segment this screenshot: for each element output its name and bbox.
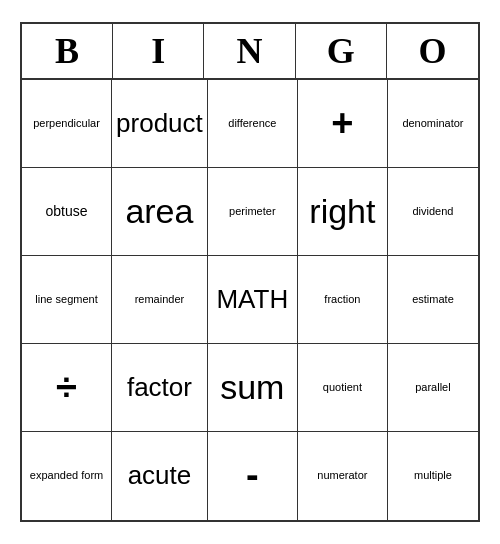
cell-text: obtuse xyxy=(46,203,88,220)
bingo-grid: perpendicularproductdifference+denominat… xyxy=(22,80,478,520)
bingo-cell: sum xyxy=(208,344,298,432)
cell-text: line segment xyxy=(35,293,97,306)
bingo-cell: line segment xyxy=(22,256,112,344)
bingo-cell: difference xyxy=(208,80,298,168)
header-letter: B xyxy=(22,24,113,78)
cell-text: sum xyxy=(220,367,284,408)
cell-text: perimeter xyxy=(229,205,275,218)
bingo-cell: dividend xyxy=(388,168,478,256)
header-letter: N xyxy=(204,24,295,78)
bingo-cell: - xyxy=(208,432,298,520)
header-letter: I xyxy=(113,24,204,78)
cell-text: area xyxy=(125,191,193,232)
cell-text: product xyxy=(116,108,203,139)
bingo-cell: MATH xyxy=(208,256,298,344)
cell-text: expanded form xyxy=(30,469,103,482)
cell-text: denominator xyxy=(402,117,463,130)
cell-text: fraction xyxy=(324,293,360,306)
bingo-cell: denominator xyxy=(388,80,478,168)
header-letter: G xyxy=(296,24,387,78)
cell-text: acute xyxy=(128,460,192,491)
bingo-card: BINGO perpendicularproductdifference+den… xyxy=(20,22,480,522)
bingo-cell: factor xyxy=(112,344,208,432)
cell-text: dividend xyxy=(412,205,453,218)
cell-text: estimate xyxy=(412,293,454,306)
bingo-cell: + xyxy=(298,80,388,168)
header-letter: O xyxy=(387,24,478,78)
cell-text: MATH xyxy=(216,284,288,315)
cell-text: parallel xyxy=(415,381,450,394)
cell-text: difference xyxy=(228,117,276,130)
bingo-cell: quotient xyxy=(298,344,388,432)
cell-text: + xyxy=(331,101,353,147)
cell-text: right xyxy=(309,191,375,232)
cell-text: quotient xyxy=(323,381,362,394)
bingo-cell: ÷ xyxy=(22,344,112,432)
cell-text: remainder xyxy=(135,293,185,306)
bingo-cell: acute xyxy=(112,432,208,520)
cell-text: factor xyxy=(127,372,192,403)
bingo-cell: multiple xyxy=(388,432,478,520)
bingo-cell: perpendicular xyxy=(22,80,112,168)
cell-text: perpendicular xyxy=(33,117,100,130)
cell-text: - xyxy=(246,453,259,499)
bingo-cell: parallel xyxy=(388,344,478,432)
bingo-cell: product xyxy=(112,80,208,168)
bingo-cell: remainder xyxy=(112,256,208,344)
cell-text: ÷ xyxy=(56,365,77,411)
bingo-cell: numerator xyxy=(298,432,388,520)
bingo-cell: obtuse xyxy=(22,168,112,256)
bingo-header: BINGO xyxy=(22,24,478,80)
bingo-cell: fraction xyxy=(298,256,388,344)
cell-text: numerator xyxy=(317,469,367,482)
bingo-cell: perimeter xyxy=(208,168,298,256)
bingo-cell: area xyxy=(112,168,208,256)
cell-text: multiple xyxy=(414,469,452,482)
bingo-cell: right xyxy=(298,168,388,256)
bingo-cell: estimate xyxy=(388,256,478,344)
bingo-cell: expanded form xyxy=(22,432,112,520)
